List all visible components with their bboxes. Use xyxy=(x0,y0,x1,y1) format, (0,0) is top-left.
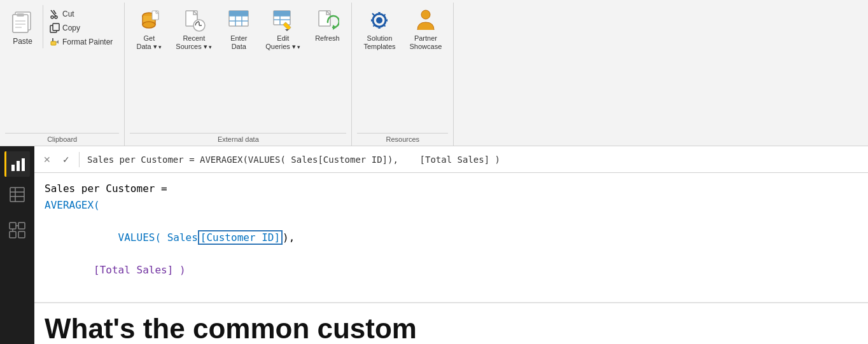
svg-line-48 xyxy=(384,15,386,17)
svg-rect-13 xyxy=(51,41,56,45)
svg-rect-62 xyxy=(18,231,25,238)
edit-queries-icon xyxy=(270,8,296,33)
resources-items: SolutionTemplates PartnerShowcase xyxy=(357,3,448,132)
resources-label: Resources xyxy=(357,133,448,146)
svg-point-17 xyxy=(143,22,155,28)
enter-data-button[interactable]: EnterData xyxy=(220,5,258,52)
formula-cancel-button[interactable]: ✕ xyxy=(39,152,55,167)
svg-rect-12 xyxy=(53,24,59,31)
external-data-label: External data xyxy=(130,133,346,146)
recent-sources-icon xyxy=(181,8,207,33)
svg-rect-3 xyxy=(17,13,24,17)
code-customer-id: [Customer ID] xyxy=(198,230,283,245)
paste-icon xyxy=(9,8,37,36)
partner-showcase-button[interactable]: PartnerShowcase xyxy=(403,5,449,52)
formula-bar: ✕ ✓ xyxy=(34,146,868,173)
big-text: What's the common custom xyxy=(45,313,855,344)
get-data-icon xyxy=(136,8,162,33)
code-values-keyword: VALUES( Sales xyxy=(94,231,198,244)
svg-rect-61 xyxy=(10,231,16,238)
code-editor[interactable]: Sales per Customer = AVERAGEX( VALUES( S… xyxy=(34,173,868,302)
solution-templates-button[interactable]: SolutionTemplates xyxy=(357,5,402,52)
svg-rect-53 xyxy=(17,161,20,171)
edit-queries-button[interactable]: EditQueries ▾ xyxy=(259,5,307,52)
code-line-1: Sales per Customer = xyxy=(45,181,858,197)
copy-label: Copy xyxy=(62,24,80,32)
refresh-label: Refresh xyxy=(315,34,340,43)
ribbon-groups: Paste Cut xyxy=(0,0,868,146)
clipboard-group: Paste Cut xyxy=(0,3,125,146)
sidebar-data-view[interactable] xyxy=(4,182,30,207)
formula-input[interactable] xyxy=(85,153,863,166)
code-closing: ), xyxy=(283,231,295,244)
code-line-2: AVERAGEX( xyxy=(45,197,858,214)
format-painter-button[interactable]: Format Painter xyxy=(46,36,116,48)
partner-showcase-icon xyxy=(413,8,438,33)
formula-bar-actions: ✕ ✓ xyxy=(39,152,74,167)
svg-marker-38 xyxy=(285,29,289,31)
sidebar xyxy=(0,146,34,344)
sidebar-model-view[interactable] xyxy=(4,217,30,243)
paste-button[interactable]: Paste xyxy=(5,5,43,48)
partner-showcase-label: PartnerShowcase xyxy=(410,34,442,51)
svg-point-51 xyxy=(421,10,430,19)
edit-queries-label: EditQueries ▾ xyxy=(265,34,300,51)
ribbon: Paste Cut xyxy=(0,0,868,146)
content-area: ✕ ✓ Sales per Customer = AVERAGEX( VALUE… xyxy=(34,146,868,344)
svg-rect-52 xyxy=(11,165,15,171)
svg-point-10 xyxy=(55,16,57,18)
external-data-items: GetData ▾ xyxy=(130,3,346,132)
code-line-3: VALUES( Sales[Customer ID]), xyxy=(45,213,858,262)
paste-label: Paste xyxy=(13,37,32,46)
clipboard-right: Cut Copy xyxy=(43,5,119,51)
cut-button[interactable]: Cut xyxy=(46,8,116,20)
svg-rect-36 xyxy=(274,11,290,16)
format-painter-icon xyxy=(50,37,60,47)
svg-rect-31 xyxy=(229,11,248,16)
get-data-label: GetData ▾ xyxy=(136,34,162,51)
formula-divider xyxy=(79,152,80,167)
cut-label: Cut xyxy=(62,10,74,18)
cut-icon xyxy=(50,9,60,19)
copy-button[interactable]: Copy xyxy=(46,22,116,34)
sidebar-report-view[interactable] xyxy=(4,151,30,177)
svg-rect-54 xyxy=(22,158,25,171)
enter-data-label: EnterData xyxy=(230,34,247,51)
svg-point-42 xyxy=(376,17,382,24)
svg-point-9 xyxy=(51,16,53,18)
svg-line-50 xyxy=(384,25,386,27)
svg-rect-2 xyxy=(13,15,28,32)
recent-sources-label: RecentSources ▾ xyxy=(176,34,212,51)
svg-rect-59 xyxy=(10,223,16,229)
formula-confirm-button[interactable]: ✓ xyxy=(59,152,74,167)
recent-sources-button[interactable]: RecentSources ▾ xyxy=(169,5,218,52)
enter-data-icon xyxy=(226,8,251,33)
external-data-group: GetData ▾ xyxy=(125,3,352,146)
solution-templates-icon xyxy=(367,8,392,33)
svg-rect-55 xyxy=(10,188,24,202)
refresh-icon xyxy=(314,8,340,33)
main-area: ✕ ✓ Sales per Customer = AVERAGEX( VALUE… xyxy=(0,146,868,344)
clipboard-group-label: Clipboard xyxy=(5,133,119,146)
resources-group: SolutionTemplates PartnerShowcase Resour… xyxy=(352,3,454,146)
solution-templates-label: SolutionTemplates xyxy=(363,34,395,51)
big-text-area: What's the common custom xyxy=(34,302,868,344)
format-painter-label: Format Painter xyxy=(62,38,113,46)
refresh-button[interactable]: Refresh xyxy=(308,5,346,44)
copy-icon xyxy=(50,23,60,33)
svg-line-49 xyxy=(374,25,375,27)
clipboard-items: Paste Cut xyxy=(5,3,119,132)
svg-marker-40 xyxy=(333,25,337,30)
svg-line-47 xyxy=(374,15,375,17)
svg-rect-60 xyxy=(18,223,25,229)
get-data-button[interactable]: GetData ▾ xyxy=(130,5,168,52)
code-line-4: [Total Sales] ) xyxy=(45,262,858,279)
